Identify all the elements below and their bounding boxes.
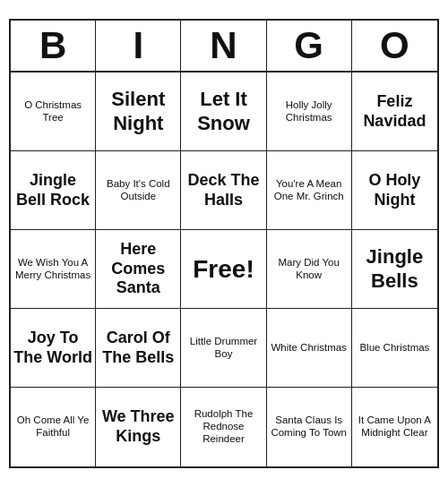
bingo-cell[interactable]: Free! (181, 230, 266, 309)
header-letter: B (11, 21, 96, 71)
bingo-cell[interactable]: Let It Snow (181, 73, 266, 151)
bingo-cell[interactable]: Deck The Halls (181, 151, 266, 230)
bingo-cell[interactable]: Silent Night (96, 73, 181, 151)
header-letter: G (267, 21, 352, 71)
bingo-header: BINGO (11, 21, 437, 73)
bingo-cell[interactable]: Feliz Navidad (352, 73, 437, 151)
bingo-cell[interactable]: O Holy Night (352, 151, 437, 230)
bingo-cell[interactable]: Rudolph The Rednose Reindeer (181, 388, 266, 466)
bingo-cell[interactable]: White Christmas (267, 309, 352, 388)
bingo-cell[interactable]: We Wish You A Merry Christmas (11, 230, 96, 309)
bingo-cell[interactable]: We Three Kings (96, 388, 181, 466)
bingo-grid: O Christmas TreeSilent NightLet It SnowH… (11, 73, 437, 466)
bingo-cell[interactable]: Mary Did You Know (267, 230, 352, 309)
bingo-cell[interactable]: Jingle Bell Rock (11, 151, 96, 230)
bingo-cell[interactable]: Jingle Bells (352, 230, 437, 309)
bingo-cell[interactable]: You're A Mean One Mr. Grinch (267, 151, 352, 230)
bingo-cell[interactable]: Oh Come All Ye Faithful (11, 388, 96, 466)
header-letter: N (181, 21, 266, 71)
header-letter: I (96, 21, 181, 71)
bingo-cell[interactable]: Holly Jolly Christmas (267, 73, 352, 151)
bingo-cell[interactable]: It Came Upon A Midnight Clear (352, 388, 437, 466)
bingo-cell[interactable]: Santa Claus Is Coming To Town (267, 388, 352, 466)
bingo-cell[interactable]: Baby It's Cold Outside (96, 151, 181, 230)
bingo-card: BINGO O Christmas TreeSilent NightLet It… (9, 19, 439, 468)
bingo-cell[interactable]: Blue Christmas (352, 309, 437, 388)
header-letter: O (352, 21, 437, 71)
bingo-cell[interactable]: Little Drummer Boy (181, 309, 266, 388)
bingo-cell[interactable]: Joy To The World (11, 309, 96, 388)
bingo-cell[interactable]: Carol Of The Bells (96, 309, 181, 388)
bingo-cell[interactable]: O Christmas Tree (11, 73, 96, 151)
bingo-cell[interactable]: Here Comes Santa (96, 230, 181, 309)
